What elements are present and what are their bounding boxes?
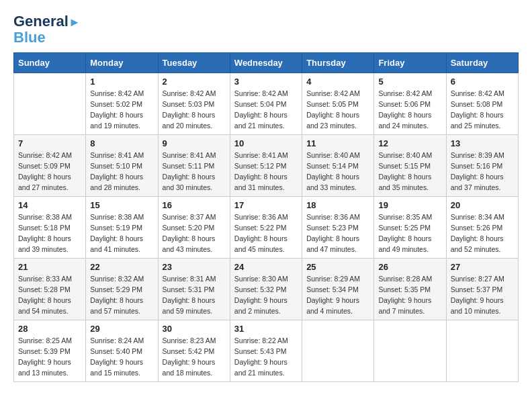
calendar-cell: 23Sunrise: 8:31 AMSunset: 5:31 PMDayligh… xyxy=(158,259,230,320)
calendar-cell: 4Sunrise: 8:42 AMSunset: 5:05 PMDaylight… xyxy=(302,73,374,135)
calendar-cell: 27Sunrise: 8:27 AMSunset: 5:37 PMDayligh… xyxy=(446,259,518,320)
day-info: Sunrise: 8:23 AMSunset: 5:42 PMDaylight:… xyxy=(163,336,226,378)
day-number: 23 xyxy=(163,262,226,272)
day-number: 20 xyxy=(451,200,514,210)
calendar-cell: 20Sunrise: 8:34 AMSunset: 5:26 PMDayligh… xyxy=(446,197,518,259)
day-info: Sunrise: 8:35 AMSunset: 5:25 PMDaylight:… xyxy=(378,212,441,255)
calendar-cell: 13Sunrise: 8:39 AMSunset: 5:16 PMDayligh… xyxy=(446,135,518,197)
day-number: 31 xyxy=(234,324,298,334)
day-number: 7 xyxy=(18,138,81,148)
day-info: Sunrise: 8:36 AMSunset: 5:23 PMDaylight:… xyxy=(306,212,369,255)
calendar-cell: 17Sunrise: 8:36 AMSunset: 5:22 PMDayligh… xyxy=(230,197,302,259)
day-number: 19 xyxy=(378,200,441,210)
day-number: 26 xyxy=(378,262,441,272)
calendar-cell: 30Sunrise: 8:23 AMSunset: 5:42 PMDayligh… xyxy=(158,320,230,382)
day-info: Sunrise: 8:42 AMSunset: 5:05 PMDaylight:… xyxy=(306,89,369,131)
day-info: Sunrise: 8:28 AMSunset: 5:35 PMDaylight:… xyxy=(378,274,441,316)
calendar-cell: 5Sunrise: 8:42 AMSunset: 5:06 PMDaylight… xyxy=(374,73,446,135)
calendar-cell: 25Sunrise: 8:29 AMSunset: 5:34 PMDayligh… xyxy=(302,259,374,320)
day-info: Sunrise: 8:22 AMSunset: 5:43 PMDaylight:… xyxy=(234,336,298,378)
day-number: 24 xyxy=(234,262,298,272)
day-number: 21 xyxy=(18,262,81,272)
calendar-table: SundayMondayTuesdayWednesdayThursdayFrid… xyxy=(13,52,519,382)
day-number: 15 xyxy=(90,200,153,210)
day-number: 4 xyxy=(306,77,369,87)
calendar-cell xyxy=(302,320,374,382)
calendar-cell: 21Sunrise: 8:33 AMSunset: 5:28 PMDayligh… xyxy=(14,259,86,320)
calendar-cell: 3Sunrise: 8:42 AMSunset: 5:04 PMDaylight… xyxy=(230,73,302,135)
day-info: Sunrise: 8:31 AMSunset: 5:31 PMDaylight:… xyxy=(163,274,226,316)
calendar-cell: 2Sunrise: 8:42 AMSunset: 5:03 PMDaylight… xyxy=(158,73,230,135)
day-number: 5 xyxy=(378,77,441,87)
calendar-cell xyxy=(14,73,86,135)
calendar-cell xyxy=(374,320,446,382)
day-number: 6 xyxy=(451,77,514,87)
day-number: 1 xyxy=(90,77,153,87)
day-number: 2 xyxy=(163,77,226,87)
day-info: Sunrise: 8:42 AMSunset: 5:02 PMDaylight:… xyxy=(90,89,153,131)
day-number: 14 xyxy=(18,200,81,210)
calendar-cell: 6Sunrise: 8:42 AMSunset: 5:08 PMDaylight… xyxy=(446,73,518,135)
calendar-cell: 22Sunrise: 8:32 AMSunset: 5:29 PMDayligh… xyxy=(86,259,158,320)
day-info: Sunrise: 8:42 AMSunset: 5:04 PMDaylight:… xyxy=(234,89,298,131)
day-info: Sunrise: 8:32 AMSunset: 5:29 PMDaylight:… xyxy=(90,274,153,316)
day-number: 9 xyxy=(163,138,226,148)
weekday-header-wednesday: Wednesday xyxy=(230,53,302,73)
calendar-cell: 1Sunrise: 8:42 AMSunset: 5:02 PMDaylight… xyxy=(86,73,158,135)
weekday-header-tuesday: Tuesday xyxy=(158,53,230,73)
logo-text: General►Blue xyxy=(13,13,81,46)
calendar-cell: 9Sunrise: 8:41 AMSunset: 5:11 PMDaylight… xyxy=(158,135,230,197)
weekday-header-monday: Monday xyxy=(86,53,158,73)
day-info: Sunrise: 8:25 AMSunset: 5:39 PMDaylight:… xyxy=(18,336,81,378)
calendar-cell: 24Sunrise: 8:30 AMSunset: 5:32 PMDayligh… xyxy=(230,259,302,320)
calendar-cell: 18Sunrise: 8:36 AMSunset: 5:23 PMDayligh… xyxy=(302,197,374,259)
day-number: 13 xyxy=(451,138,514,148)
calendar-cell: 7Sunrise: 8:42 AMSunset: 5:09 PMDaylight… xyxy=(14,135,86,197)
day-number: 17 xyxy=(234,200,298,210)
calendar-cell: 11Sunrise: 8:40 AMSunset: 5:14 PMDayligh… xyxy=(302,135,374,197)
day-info: Sunrise: 8:42 AMSunset: 5:06 PMDaylight:… xyxy=(378,89,441,131)
day-number: 30 xyxy=(163,324,226,334)
day-info: Sunrise: 8:40 AMSunset: 5:14 PMDaylight:… xyxy=(306,150,369,193)
calendar-cell: 8Sunrise: 8:41 AMSunset: 5:10 PMDaylight… xyxy=(86,135,158,197)
weekday-header-thursday: Thursday xyxy=(302,53,374,73)
calendar-cell: 31Sunrise: 8:22 AMSunset: 5:43 PMDayligh… xyxy=(230,320,302,382)
day-info: Sunrise: 8:36 AMSunset: 5:22 PMDaylight:… xyxy=(234,212,298,255)
day-number: 27 xyxy=(451,262,514,272)
calendar-cell: 15Sunrise: 8:38 AMSunset: 5:19 PMDayligh… xyxy=(86,197,158,259)
day-number: 25 xyxy=(306,262,369,272)
day-info: Sunrise: 8:34 AMSunset: 5:26 PMDaylight:… xyxy=(451,212,514,255)
weekday-header-friday: Friday xyxy=(374,53,446,73)
calendar-cell: 29Sunrise: 8:24 AMSunset: 5:40 PMDayligh… xyxy=(86,320,158,382)
day-number: 8 xyxy=(90,138,153,148)
day-info: Sunrise: 8:33 AMSunset: 5:28 PMDaylight:… xyxy=(18,274,81,316)
day-info: Sunrise: 8:38 AMSunset: 5:19 PMDaylight:… xyxy=(90,212,153,255)
day-info: Sunrise: 8:37 AMSunset: 5:20 PMDaylight:… xyxy=(163,212,226,255)
day-info: Sunrise: 8:38 AMSunset: 5:18 PMDaylight:… xyxy=(18,212,81,255)
day-info: Sunrise: 8:42 AMSunset: 5:03 PMDaylight:… xyxy=(163,89,226,131)
calendar-cell: 28Sunrise: 8:25 AMSunset: 5:39 PMDayligh… xyxy=(14,320,86,382)
calendar-cell: 26Sunrise: 8:28 AMSunset: 5:35 PMDayligh… xyxy=(374,259,446,320)
day-info: Sunrise: 8:41 AMSunset: 5:10 PMDaylight:… xyxy=(90,150,153,193)
day-number: 18 xyxy=(306,200,369,210)
day-info: Sunrise: 8:24 AMSunset: 5:40 PMDaylight:… xyxy=(90,336,153,378)
calendar-cell: 14Sunrise: 8:38 AMSunset: 5:18 PMDayligh… xyxy=(14,197,86,259)
logo: General►Blue xyxy=(13,13,81,46)
day-number: 29 xyxy=(90,324,153,334)
day-number: 16 xyxy=(163,200,226,210)
calendar-cell xyxy=(446,320,518,382)
weekday-header-sunday: Sunday xyxy=(14,53,86,73)
day-info: Sunrise: 8:42 AMSunset: 5:09 PMDaylight:… xyxy=(18,150,81,193)
day-info: Sunrise: 8:41 AMSunset: 5:11 PMDaylight:… xyxy=(163,150,226,193)
day-info: Sunrise: 8:39 AMSunset: 5:16 PMDaylight:… xyxy=(451,150,514,193)
day-info: Sunrise: 8:41 AMSunset: 5:12 PMDaylight:… xyxy=(234,150,298,193)
calendar-cell: 10Sunrise: 8:41 AMSunset: 5:12 PMDayligh… xyxy=(230,135,302,197)
day-number: 11 xyxy=(306,138,369,148)
day-number: 3 xyxy=(234,77,298,87)
calendar-cell: 16Sunrise: 8:37 AMSunset: 5:20 PMDayligh… xyxy=(158,197,230,259)
day-info: Sunrise: 8:29 AMSunset: 5:34 PMDaylight:… xyxy=(306,274,369,316)
weekday-header-saturday: Saturday xyxy=(446,53,518,73)
calendar-cell: 19Sunrise: 8:35 AMSunset: 5:25 PMDayligh… xyxy=(374,197,446,259)
day-number: 28 xyxy=(18,324,81,334)
day-number: 10 xyxy=(234,138,298,148)
